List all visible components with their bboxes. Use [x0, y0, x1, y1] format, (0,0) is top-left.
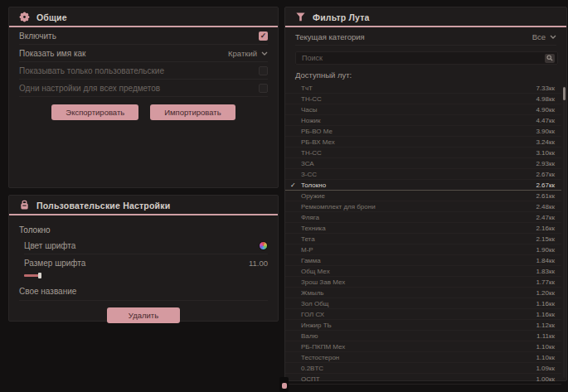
only-custom-row: Показывать только пользовательские — [19, 62, 268, 80]
loot-list-item[interactable]: ТН-СС 4.98кк — [285, 94, 561, 104]
search-button[interactable] — [545, 54, 555, 63]
loot-list-item[interactable]: ✓ Толокно 2.67кк — [285, 180, 561, 191]
loot-list-item[interactable]: Общ Мех 1.83кк — [285, 266, 561, 277]
resize-handle-dot — [282, 383, 287, 389]
item-value: 2.67кк — [536, 181, 555, 189]
show-name-dropdown[interactable]: Краткий — [228, 49, 268, 58]
item-name: Общ Мех — [301, 268, 330, 275]
same-settings-checkbox[interactable] — [259, 84, 268, 93]
item-name: РБ-ПКПМ Мех — [301, 343, 345, 351]
loot-list-item[interactable]: Валю 1.11кк — [285, 331, 561, 341]
item-name: 0.2BTC — [301, 365, 323, 372]
enable-checkbox[interactable]: ✓ — [259, 31, 268, 41]
item-name: Часы — [301, 106, 318, 114]
item-value: 1.77кк — [536, 278, 555, 286]
item-value: 1.84кк — [536, 257, 555, 264]
loot-list-item[interactable]: Часы 4.90кк — [285, 104, 561, 115]
show-name-row: Показать имя как Краткий — [19, 45, 268, 62]
item-name: Оружие — [301, 192, 325, 200]
item-value: 2.15кк — [536, 235, 555, 243]
item-value: 2.61кк — [536, 192, 555, 200]
item-name: ТН-СС — [301, 149, 322, 157]
font-color-label: Цвет шрифта — [24, 241, 75, 250]
general-panel-title: Общие — [36, 12, 67, 22]
slider-thumb[interactable] — [38, 273, 41, 278]
loot-list-item[interactable]: Оружие 2.61кк — [285, 191, 561, 201]
same-settings-label: Одни настройки для всех предметов — [19, 84, 160, 93]
custom-settings-title: Пользовательские Настройки — [36, 201, 170, 211]
loot-list-item[interactable]: Жмыль 1.20кк — [285, 288, 561, 298]
import-button[interactable]: Импортировать — [150, 104, 235, 120]
search-input[interactable]: Поиск — [302, 54, 323, 62]
magnifier-icon — [546, 55, 553, 61]
item-name: ОСПТ — [301, 375, 320, 383]
item-name: Тета — [301, 235, 315, 243]
item-name: Толокно — [301, 181, 326, 189]
loot-list-item[interactable]: Ножик 4.47кк — [285, 115, 561, 126]
item-name: Техника — [301, 225, 326, 232]
loot-list-item[interactable]: Техника 2.16кк — [285, 223, 561, 234]
custom-settings-header: Пользовательские Настройки — [9, 196, 278, 215]
loot-list-item[interactable]: ТН-СС 3.10кк — [285, 148, 561, 158]
available-loot-label: Доступный лут: — [295, 70, 556, 80]
loot-list-item[interactable]: Зол Общ 1.16кк — [285, 298, 561, 309]
item-name: ЗСА — [301, 160, 314, 167]
loot-list-scrollbar[interactable] — [563, 86, 566, 378]
item-name: Инжир ТЬ — [301, 322, 332, 329]
loot-list-item[interactable]: Тестостерон 1.10кк — [285, 352, 561, 363]
loot-list-item[interactable]: РБ-ПКПМ Мех 1.10кк — [285, 341, 561, 352]
left-column: Общие Включить ✓ Показать имя как Кратки… — [8, 7, 279, 381]
item-name: Фляга — [301, 214, 319, 221]
export-button[interactable]: Экспортировать — [51, 104, 138, 120]
loot-list-item[interactable]: М-Р 1.90кк — [285, 244, 561, 255]
category-label: Текущая категория — [295, 32, 365, 41]
item-value: 1.16кк — [536, 311, 555, 318]
enable-label: Включить — [19, 31, 56, 41]
item-value: 1.12кк — [536, 322, 555, 329]
item-value: 2.48кк — [536, 203, 555, 211]
loot-list-item[interactable]: ОСПТ 1.00кк — [285, 374, 561, 385]
custom-name-row: Свое название — [19, 283, 268, 301]
item-value: 4.98кк — [536, 95, 555, 103]
loot-list-item[interactable]: РБ-ВО Ме 3.90кк — [285, 126, 561, 137]
loot-list-item[interactable]: Инжир ТЬ 1.12кк — [285, 320, 561, 331]
item-name: Зол Общ — [301, 300, 328, 307]
item-value: 4.90кк — [536, 106, 555, 114]
item-value: 7.33кк — [536, 85, 555, 92]
loot-list-item[interactable]: ЗСА 2.93кк — [285, 158, 561, 169]
general-panel-header: Общие — [9, 7, 278, 27]
item-name: Зрош Зав Мех — [301, 278, 345, 286]
same-settings-row: Одни настройки для всех предметов — [19, 80, 268, 97]
item-value: 3.24кк — [536, 138, 555, 146]
item-name: М-Р — [301, 246, 313, 254]
item-value: 1.16кк — [536, 300, 555, 307]
slider-fill — [24, 274, 39, 277]
scrollbar-thumb[interactable] — [563, 87, 566, 100]
delete-button[interactable]: Удалить — [107, 307, 180, 323]
item-value: 2.93кк — [536, 160, 555, 167]
show-name-value: Краткий — [228, 49, 257, 58]
loot-list-item[interactable]: Гамма 1.84кк — [285, 255, 561, 266]
color-wheel-icon[interactable] — [259, 241, 268, 250]
loot-list-item[interactable]: Фляга 2.47кк — [285, 212, 561, 223]
item-name: Валю — [301, 332, 318, 340]
item-value: 1.90кк — [536, 246, 555, 254]
loot-filter-panel: Фильтр Лута Текущая категория Все Поиск — [284, 7, 567, 381]
item-value: 1.83кк — [536, 268, 555, 275]
loot-list-item[interactable]: РБ-ВХ Мех 3.24кк — [285, 137, 561, 148]
custom-name-input[interactable] — [76, 285, 268, 298]
loot-list-item[interactable]: Ремкомплект для брони 2.48кк — [285, 201, 561, 212]
category-row: Текущая категория Все — [295, 29, 556, 46]
loot-list-item[interactable]: Тета 2.15кк — [285, 234, 561, 244]
font-size-slider[interactable] — [24, 273, 268, 279]
loot-list-item[interactable]: ГОЛ СХ 1.16кк — [285, 309, 561, 320]
search-box[interactable]: Поиск — [295, 51, 558, 65]
category-dropdown[interactable]: Все — [532, 32, 556, 41]
loot-list-item[interactable]: ТчТ 7.33кк — [285, 83, 561, 94]
resize-handle[interactable] — [279, 377, 289, 392]
only-custom-checkbox[interactable] — [259, 66, 268, 75]
loot-list-item[interactable]: З-СС 2.67кк — [285, 169, 561, 180]
item-value: 1.00кк — [536, 375, 555, 383]
loot-list-item[interactable]: 0.2BTC 1.09кк — [285, 363, 561, 374]
loot-list-item[interactable]: Зрош Зав Мех 1.77кк — [285, 277, 561, 288]
